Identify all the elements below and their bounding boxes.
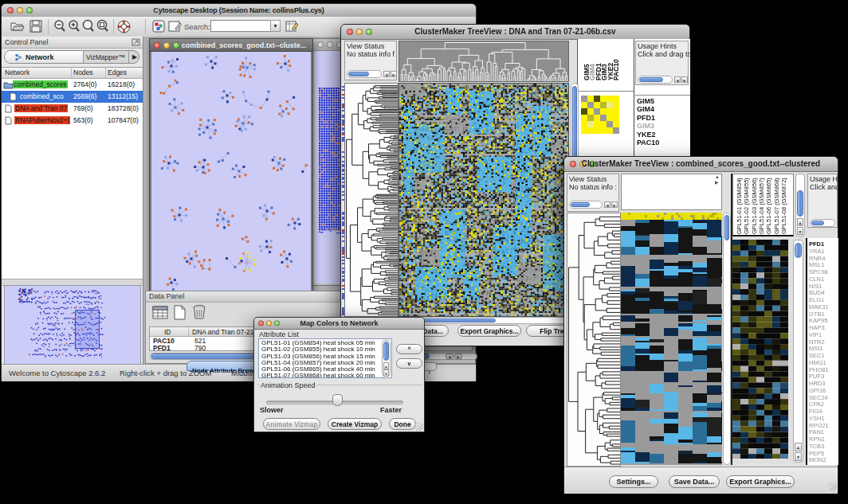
- tv2-gene-label[interactable]: RNR4: [809, 255, 825, 262]
- tv2-gene-label[interactable]: PHO81: [809, 366, 829, 373]
- tv1-gene-label[interactable]: PFD1: [637, 114, 655, 122]
- tv2-gene-label[interactable]: GPI16: [809, 387, 826, 394]
- scroll-down-icon[interactable]: ▼: [797, 227, 803, 235]
- tv2-settings-button[interactable]: Settings...: [609, 475, 658, 488]
- tv1-gene-label[interactable]: PAC10: [637, 139, 659, 147]
- search-input[interactable]: [210, 20, 271, 32]
- tv2-export-graphics-button[interactable]: Export Graphics...: [726, 475, 795, 488]
- tv2-gene-label[interactable]: MSL1: [809, 261, 825, 268]
- open-icon[interactable]: [10, 19, 25, 33]
- tv2-gene-label[interactable]: SPC98: [809, 268, 828, 275]
- tv2-gene-label[interactable]: SEC1: [809, 352, 825, 359]
- main-titlebar[interactable]: Cytoscape Desktop (Session Name: collins…: [2, 4, 476, 18]
- scroll-right-icon[interactable]: ►: [391, 71, 397, 77]
- tv1-column-dendrogram[interactable]: [398, 41, 569, 82]
- treeview1-titlebar[interactable]: ClusterMaker TreeView : DNA and Tran 07-…: [341, 25, 689, 40]
- tv2-status-hscrollbar[interactable]: [569, 201, 603, 209]
- annotation-icon[interactable]: [167, 19, 183, 33]
- tv1-gene-label[interactable]: GIM4: [637, 105, 654, 113]
- zoom-fit-icon[interactable]: [96, 19, 110, 33]
- scroll-up-icon[interactable]: ▲: [383, 362, 389, 369]
- tv2-gene-label[interactable]: FIG4: [809, 408, 822, 415]
- tab-network[interactable]: Network: [5, 51, 84, 63]
- tv2-gene-label[interactable]: TCB3: [809, 443, 824, 450]
- move-up-button[interactable]: ^: [396, 344, 422, 354]
- speed-slider-thumb[interactable]: [332, 394, 343, 406]
- trash-icon[interactable]: [192, 304, 206, 320]
- attribute-listbox[interactable]: GPL51-01 (GSM854) heat shock 05 minGPL51…: [258, 338, 392, 378]
- scroll-left-icon[interactable]: ◄: [446, 354, 453, 359]
- tv2-gene-label[interactable]: SEC24: [809, 394, 828, 401]
- tv1-column-label[interactable]: PAC10: [612, 59, 620, 80]
- animate-vizmap-button[interactable]: Animate Vizmap: [263, 418, 320, 430]
- done-button[interactable]: Done: [389, 418, 416, 430]
- network-table-row[interactable]: combined_sco2569(6)13112(15): [2, 91, 143, 103]
- zoom-out-icon[interactable]: [53, 19, 67, 33]
- search-dropdown-button[interactable]: ▼: [270, 20, 281, 32]
- tv1-usage-hscrollbar[interactable]: [638, 76, 673, 84]
- scroll-down-icon[interactable]: ▼: [383, 369, 389, 377]
- treeview2-titlebar[interactable]: ClusterMaker TreeView : combined_scores_…: [564, 157, 838, 172]
- scroll-up-icon[interactable]: ▲: [797, 218, 803, 226]
- scroll-up-icon[interactable]: ▲: [795, 443, 802, 451]
- attribute-list-item[interactable]: GPL51-07 (GSM868) heat shock 60 min: [261, 373, 375, 378]
- tv2-row-dendrogram[interactable]: [567, 213, 621, 467]
- save-icon[interactable]: [29, 19, 43, 33]
- tv2-column-label[interactable]: GPL51-03 (GSM856): [751, 178, 758, 234]
- tv2-gene-label[interactable]: RPO21: [809, 422, 829, 429]
- move-down-button[interactable]: v: [396, 358, 422, 369]
- cell-id-1[interactable]: PFD1: [153, 344, 171, 352]
- help-icon[interactable]: [116, 19, 132, 34]
- tv2-gene-label[interactable]: PUF3: [809, 373, 824, 380]
- tv2-column-label[interactable]: GPL51-06 (GSM865): [765, 178, 772, 234]
- scroll-right-icon[interactable]: ►: [454, 354, 462, 359]
- float-panel-icon[interactable]: [132, 38, 140, 46]
- tv1-row-dendrogram[interactable]: [344, 83, 398, 317]
- col-id[interactable]: ID: [164, 328, 171, 336]
- tv2-gene-label[interactable]: PEP5: [809, 450, 824, 457]
- cell-val-1[interactable]: 790: [194, 344, 206, 352]
- scroll-left-icon[interactable]: ◄: [604, 201, 610, 208]
- tv2-gene-label[interactable]: MON2: [809, 456, 826, 463]
- tv1-status-hscrollbar[interactable]: [347, 70, 382, 78]
- tv2-gene-label[interactable]: CPA2: [809, 400, 824, 408]
- tv2-column-label[interactable]: GPL51-08 (GSM872): [780, 178, 787, 234]
- new-doc-icon[interactable]: [173, 305, 186, 320]
- tv1-gene-label[interactable]: GIM3: [637, 122, 654, 130]
- tv2-gene-label[interactable]: NTR2: [809, 338, 825, 346]
- node-attribute-browser-tab[interactable]: Node Attribute Brows: [186, 361, 263, 371]
- tv1-gene-label[interactable]: GIM5: [637, 97, 654, 105]
- tv2-column-label[interactable]: GPL51-04 (GSM857): [758, 178, 765, 234]
- tv2-heatmap-vscrollbar[interactable]: [723, 213, 731, 465]
- tv2-gene-label[interactable]: CLN1: [809, 275, 824, 283]
- scroll-left-icon[interactable]: ◄: [383, 71, 390, 77]
- tv2-genes-vscrollbar[interactable]: ▲ ▼: [793, 240, 803, 463]
- tv2-gene-label[interactable]: VIP1: [809, 331, 822, 338]
- tv2-column-label[interactable]: GPL51-02 (GSM855): [743, 178, 750, 234]
- tv2-column-label[interactable]: GPL51-01 (GSM854): [736, 178, 743, 234]
- scroll-left-icon[interactable]: ◄: [674, 76, 681, 83]
- tv2-gene-label[interactable]: MSI1: [809, 345, 823, 352]
- tv2-gene-label[interactable]: NIS1: [809, 283, 822, 290]
- tv2-save-data-button[interactable]: Save Data...: [669, 475, 720, 488]
- network-canvas[interactable]: [151, 52, 311, 293]
- tv1-mini-matrix[interactable]: [581, 96, 619, 134]
- attribute-editor-icon[interactable]: [285, 19, 300, 33]
- scroll-right-icon[interactable]: ►: [681, 76, 688, 83]
- tv2-gene-label[interactable]: ELG1: [809, 296, 824, 303]
- dialog-titlebar[interactable]: Map Colors to Network: [254, 318, 424, 330]
- scroll-down-icon[interactable]: ▼: [795, 452, 802, 461]
- scroll-right-icon[interactable]: ►: [611, 201, 618, 208]
- tv2-gene-label[interactable]: YRA1: [809, 248, 825, 255]
- zoom-selected-icon[interactable]: [81, 19, 96, 33]
- tv2-gene-label[interactable]: BUD4: [809, 289, 825, 296]
- tv2-column-label[interactable]: GPL51-07 (GSM868): [773, 178, 780, 234]
- attribute-list-vscrollbar[interactable]: ▲ ▼: [382, 340, 391, 377]
- network-table-row[interactable]: RNAPuberNov2+|563(0)107847(0): [2, 115, 143, 127]
- tv2-zoom-heatmap[interactable]: [732, 240, 788, 459]
- tv2-gene-label[interactable]: GTB1: [809, 311, 825, 318]
- tv2-gene-label[interactable]: HMG1: [809, 359, 826, 366]
- network-table-row[interactable]: DNA and Tran 07769(0)183728(0): [2, 103, 143, 115]
- tv2-heatmap[interactable]: [621, 213, 722, 465]
- vizmap-icon[interactable]: [151, 19, 166, 33]
